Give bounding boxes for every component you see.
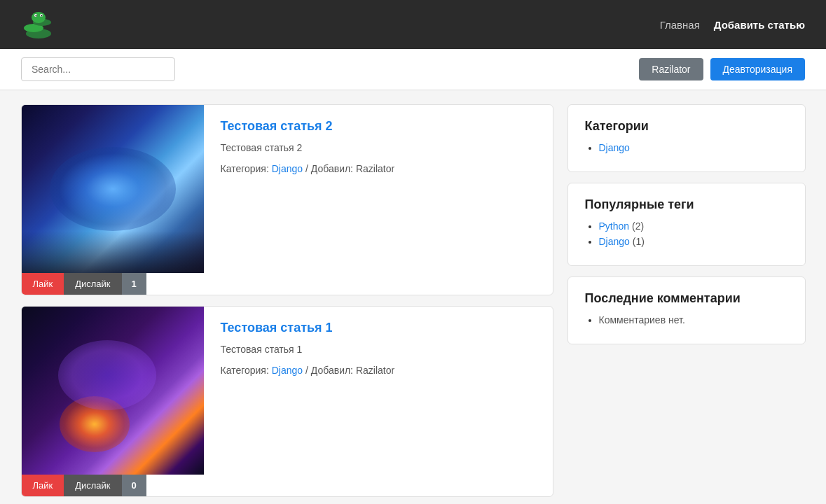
article-image [22, 307, 204, 475]
nav-home[interactable]: Главная [660, 19, 700, 31]
vote-count: 0 [122, 475, 146, 496]
sidebar-categories: Категории Django [567, 104, 806, 172]
list-item: Python (2) [599, 220, 788, 232]
article-actions: Лайк Дислайк 0 [22, 475, 553, 496]
author-label: Добавил: [311, 163, 353, 174]
categories-title: Категории [585, 119, 788, 134]
category-link[interactable]: Django [599, 142, 630, 153]
article-category-link[interactable]: Django [272, 365, 303, 376]
article-thumbnail [22, 307, 204, 475]
article-actions: Лайк Дислайк 1 [22, 273, 553, 295]
separator: / [305, 163, 311, 174]
sidebar: Категории Django Популярные теги Python … [567, 104, 806, 497]
svg-point-6 [36, 15, 37, 17]
article-description: Тестовая статья 2 [221, 142, 536, 153]
list-item: Комментариев нет. [599, 314, 788, 326]
nav-add-article[interactable]: Добавить статью [714, 19, 805, 31]
category-label: Категория: [221, 365, 269, 376]
author-name2: Razilator [356, 365, 394, 376]
search-input[interactable] [21, 57, 175, 81]
article-thumbnail [22, 105, 204, 273]
svg-point-7 [41, 15, 43, 17]
article-content: Тестовая статья 2 Тестовая статья 2 Кате… [204, 105, 553, 273]
article-meta: Категория: Django / Добавил: Razilator [221, 365, 536, 376]
article-meta: Категория: Django / Добавил: Razilator [221, 163, 536, 174]
search-bar-right: Razilator Деавторизация [639, 58, 805, 80]
article-card-inner: Тестовая статья 1 Тестовая статья 1 Кате… [22, 307, 553, 475]
categories-list: Django [585, 142, 788, 153]
article-title-link[interactable]: Тестовая статья 2 [221, 119, 333, 133]
article-image [22, 105, 204, 273]
dislike-button[interactable]: Дислайк [64, 475, 121, 496]
tag-count: (2) [632, 220, 644, 232]
list-item: Django (1) [599, 236, 788, 247]
article-title: Тестовая статья 2 [221, 119, 536, 134]
articles-list: Тестовая статья 2 Тестовая статья 2 Кате… [21, 104, 553, 497]
article-category-link[interactable]: Django [272, 163, 303, 174]
sidebar-tags: Популярные теги Python (2) Django (1) [567, 183, 806, 266]
article-title: Тестовая статья 1 [221, 321, 536, 335]
tag-count: (1) [633, 236, 645, 247]
snake-icon [21, 7, 56, 42]
no-comments: Комментариев нет. [599, 314, 685, 326]
author-name: Razilator [356, 163, 394, 174]
list-item: Django [599, 142, 788, 153]
svg-point-3 [32, 12, 46, 23]
comments-list: Комментариев нет. [585, 314, 788, 326]
sidebar-comments: Последние комментарии Комментариев нет. [567, 276, 806, 344]
tag-link[interactable]: Python [599, 220, 630, 232]
article-card-inner: Тестовая статья 2 Тестовая статья 2 Кате… [22, 105, 553, 273]
article-description: Тестовая статья 1 [221, 344, 536, 355]
separator: / [305, 365, 311, 376]
logo [21, 7, 56, 42]
category-label: Категория: [221, 163, 269, 174]
article-card: Тестовая статья 2 Тестовая статья 2 Кате… [21, 104, 553, 295]
tag-link[interactable]: Django [599, 236, 630, 247]
recent-comments-title: Последние комментарии [585, 291, 788, 306]
vote-count: 1 [122, 273, 146, 295]
user-button[interactable]: Razilator [639, 58, 703, 80]
article-card: Тестовая статья 1 Тестовая статья 1 Кате… [21, 306, 553, 497]
deauth-button[interactable]: Деавторизация [710, 58, 805, 80]
search-bar: Razilator Деавторизация [0, 49, 826, 90]
navbar-links: Главная Добавить статью [660, 19, 805, 31]
popular-tags-title: Популярные теги [585, 197, 788, 212]
tags-list: Python (2) Django (1) [585, 220, 788, 247]
like-button[interactable]: Лайк [22, 475, 64, 496]
author-label: Добавил: [311, 365, 353, 376]
like-button[interactable]: Лайк [22, 273, 64, 295]
navbar: Главная Добавить статью [0, 0, 826, 49]
article-content: Тестовая статья 1 Тестовая статья 1 Кате… [204, 307, 553, 475]
article-title-link[interactable]: Тестовая статья 1 [221, 321, 333, 335]
dislike-button[interactable]: Дислайк [64, 273, 121, 295]
main-container: Тестовая статья 2 Тестовая статья 2 Кате… [7, 104, 820, 497]
